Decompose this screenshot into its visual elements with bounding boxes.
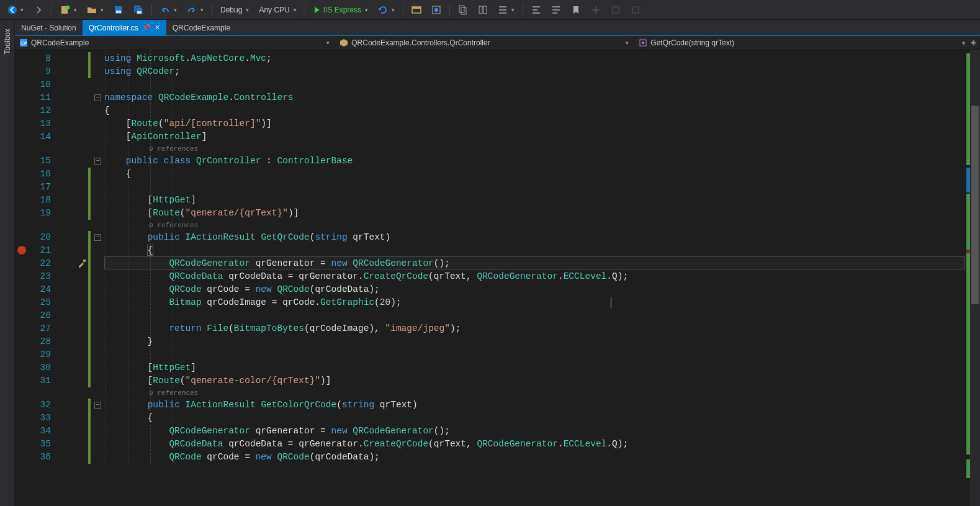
navigation-bar: C#QRCodeExample ▾ QRCodeExample.Controll… (15, 36, 980, 50)
scrollbar-thumb[interactable] (971, 106, 979, 304)
comment-button[interactable] (528, 4, 544, 16)
redo-button[interactable]: ▾ (184, 4, 207, 16)
nav-project[interactable]: C#QRCodeExample ▾ (15, 36, 335, 49)
tab-nuget-solution[interactable]: NuGet - Solution (15, 20, 83, 35)
left-dock: Toolbox (0, 20, 15, 506)
save-button[interactable] (110, 4, 127, 16)
overview-ruler[interactable] (965, 50, 970, 506)
svg-rect-11 (483, 6, 487, 14)
svg-point-18 (83, 260, 86, 263)
nav-fwd-button[interactable] (30, 4, 47, 16)
svg-rect-10 (479, 6, 482, 14)
codelens-references[interactable]: 0 references (149, 143, 198, 155)
close-icon[interactable]: ✕ (155, 24, 160, 32)
nav-back-button[interactable]: ▾ (5, 4, 27, 16)
quick-actions-icon[interactable] (77, 258, 87, 268)
breakpoint-glyph[interactable] (17, 246, 26, 255)
svg-point-17 (642, 42, 644, 44)
undo-button[interactable]: ▾ (157, 4, 180, 16)
fold-toggle[interactable]: − (94, 158, 101, 165)
main-toolbar: ▾ ▾ ▾ ▾ ▾ Debug▾ Any CPU▾ IIS Express▾ ▾… (0, 0, 980, 20)
tb-disabled3 (627, 4, 644, 16)
svg-rect-13 (632, 7, 639, 13)
new-project-button[interactable]: ▾ (57, 4, 80, 16)
tab-qrcontroller[interactable]: QrController.cs 📌 ✕ (83, 20, 166, 35)
split-view-icon[interactable]: ▾ (961, 39, 967, 47)
svg-rect-9 (461, 7, 466, 14)
toolbox-button3[interactable]: ▾ (495, 4, 518, 16)
svg-rect-3 (137, 11, 142, 14)
find-in-files-button[interactable] (455, 4, 471, 16)
svg-rect-2 (116, 11, 121, 13)
platform-dropdown[interactable]: Any CPU▾ (256, 4, 299, 16)
refresh-button[interactable]: ▾ (375, 4, 398, 16)
uncomment-button[interactable] (548, 4, 564, 16)
svg-point-7 (434, 8, 438, 12)
run-button[interactable]: IIS Express▾ (310, 4, 371, 16)
svg-rect-5 (412, 7, 421, 9)
svg-rect-8 (459, 6, 464, 12)
fold-toggle[interactable]: − (94, 402, 101, 409)
svg-rect-12 (613, 7, 619, 13)
tab-qrcodeexample[interactable]: QRCodeExample (166, 20, 236, 35)
add-view-icon[interactable]: ✚ (969, 39, 978, 47)
nav-class[interactable]: QRCodeExample.Controllers.QrController ▾ (335, 36, 634, 49)
config-dropdown[interactable]: Debug▾ (217, 4, 252, 16)
tb-disabled1 (588, 4, 604, 16)
save-all-button[interactable] (130, 4, 146, 16)
svg-rect-1 (66, 6, 70, 9)
toolbox-tab[interactable]: Toolbox (3, 26, 12, 56)
pin-icon[interactable]: 📌 (142, 24, 151, 32)
browse-button[interactable] (408, 4, 425, 16)
code-content[interactable]: using Microsoft.AspNetCore.Mvc;using QRC… (104, 50, 965, 506)
bookmark-button[interactable] (568, 4, 584, 16)
toolbox-button1[interactable] (428, 4, 444, 16)
document-tabstrip: NuGet - Solution QrController.cs 📌 ✕ QRC… (15, 20, 980, 36)
fold-toggle[interactable]: − (94, 94, 101, 101)
codelens-references[interactable]: 0 references (149, 387, 198, 399)
text-cursor (611, 297, 611, 308)
nav-member[interactable]: GetQrCode(string qrText) ▾ (634, 36, 980, 49)
fold-toggle[interactable]: − (94, 234, 101, 241)
codelens-references[interactable]: 0 references (149, 220, 198, 231)
toolbox-button2[interactable] (475, 4, 491, 16)
open-file-button[interactable]: ▾ (84, 4, 107, 16)
code-editor[interactable]: 8910111213141516171819202122232425262728… (15, 50, 980, 506)
svg-text:C#: C# (20, 40, 27, 46)
vertical-scrollbar[interactable] (970, 50, 980, 506)
tb-disabled2 (608, 4, 624, 16)
glyph-margin[interactable] (38, 50, 53, 506)
